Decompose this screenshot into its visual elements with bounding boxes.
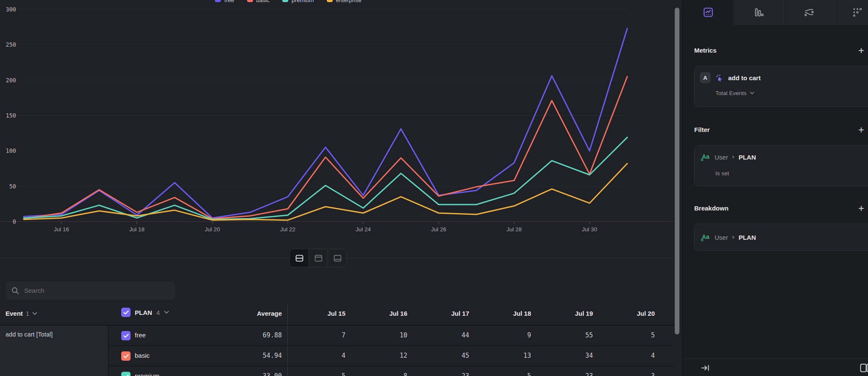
check-icon bbox=[123, 374, 129, 376]
row-day-value: 9 bbox=[476, 331, 531, 339]
filter-card[interactable]: Aa User PLAN Is set bbox=[694, 145, 868, 186]
row-day-value: 55 bbox=[538, 331, 593, 339]
series-line-free[interactable] bbox=[24, 28, 627, 218]
y-axis-tick-label: 300 bbox=[6, 6, 16, 13]
chart-top-icon bbox=[314, 254, 323, 262]
y-axis-tick-label: 50 bbox=[9, 183, 16, 190]
dots-grid-icon bbox=[852, 7, 863, 18]
add-filter-button[interactable]: + bbox=[856, 125, 867, 136]
table-rows: free69.88710449555basic54.944124513344pr… bbox=[108, 325, 674, 376]
tab-flows[interactable] bbox=[783, 0, 834, 25]
check-icon bbox=[123, 334, 129, 338]
sidebar-footer bbox=[683, 359, 868, 376]
row-day-value: 34 bbox=[538, 352, 593, 359]
free-checkbox[interactable] bbox=[121, 331, 131, 340]
search-input[interactable] bbox=[24, 287, 169, 294]
add-breakdown-button[interactable]: + bbox=[856, 203, 867, 214]
x-axis-tick-label: Jul 16 bbox=[54, 226, 69, 233]
collapse-sidebar-icon[interactable] bbox=[701, 363, 710, 373]
basic-checkbox[interactable] bbox=[121, 351, 131, 361]
filter-heading: Filter bbox=[694, 126, 710, 133]
x-axis-tick-label: Jul 18 bbox=[129, 226, 145, 233]
layout-toggle-group bbox=[289, 249, 347, 267]
y-axis-tick-label: 200 bbox=[6, 77, 16, 84]
add-metric-button[interactable]: + bbox=[856, 45, 867, 56]
row-day-value: 23 bbox=[414, 372, 469, 376]
y-axis-tick-label: 0 bbox=[13, 218, 16, 225]
x-axis-tick-label: Jul 22 bbox=[280, 226, 295, 233]
date-column-header: Jul 19 bbox=[538, 310, 593, 317]
x-axis-tick-label: Jul 24 bbox=[356, 226, 371, 233]
panel-layout-icon[interactable] bbox=[860, 363, 868, 373]
check-icon bbox=[123, 354, 129, 359]
x-axis-tick-label: Jul 30 bbox=[582, 226, 597, 233]
row-label: free bbox=[135, 331, 146, 339]
line-chart: 050100150200250300Jul 16Jul 18Jul 20Jul … bbox=[0, 0, 674, 238]
filter-condition[interactable]: Is set bbox=[715, 170, 729, 177]
breakdown-options-kebab-icon[interactable] bbox=[865, 233, 868, 239]
search-icon bbox=[11, 287, 19, 295]
table-row-free: free69.88710449555 bbox=[108, 325, 674, 346]
row-day-value: 7 bbox=[290, 331, 345, 339]
premium-checkbox[interactable] bbox=[121, 372, 131, 376]
row-day-value: 4 bbox=[290, 352, 345, 359]
tab-insights[interactable] bbox=[683, 0, 734, 25]
filter-options-kebab-icon[interactable] bbox=[865, 152, 868, 159]
row-day-value: 8 bbox=[352, 372, 407, 376]
row-day-value: 5 bbox=[600, 331, 655, 339]
layout-table-bottom-button[interactable] bbox=[328, 249, 347, 267]
chevron-right-icon bbox=[732, 155, 735, 159]
chevron-down-icon bbox=[750, 92, 754, 95]
layout-split-view-button[interactable] bbox=[290, 249, 309, 267]
line-chart-icon bbox=[703, 7, 714, 18]
metric-card[interactable]: A add to cart Total Events bbox=[694, 66, 868, 107]
row-day-value: 10 bbox=[352, 331, 407, 339]
event-cursor-icon bbox=[715, 73, 724, 82]
main-panel: freebasicpremiumenterprise 0501001502002… bbox=[0, 0, 682, 376]
row-day-value: 4 bbox=[600, 352, 655, 359]
table-body: add to cart [Total] free69.88710449555ba… bbox=[0, 325, 674, 376]
row-day-value: 44 bbox=[414, 331, 469, 339]
date-column-header: Jul 20 bbox=[600, 310, 655, 317]
filter-scope: User bbox=[715, 154, 728, 161]
row-day-value: 45 bbox=[414, 352, 469, 359]
breakdown-scope: User bbox=[715, 234, 728, 241]
y-axis-tick-label: 150 bbox=[6, 112, 16, 119]
chevron-right-icon bbox=[732, 235, 735, 239]
event-cell-label: add to cart [Total] bbox=[6, 331, 53, 338]
flows-icon bbox=[804, 7, 815, 18]
row-day-value: 3 bbox=[600, 372, 655, 376]
report-tabs bbox=[683, 0, 868, 25]
metric-options-kebab-icon[interactable] bbox=[865, 73, 868, 79]
layout-chart-top-button[interactable] bbox=[309, 249, 328, 267]
text-property-icon: Aa bbox=[700, 152, 711, 163]
date-column-header: Jul 15 bbox=[290, 310, 345, 317]
filter-property: PLAN bbox=[739, 154, 756, 161]
row-label: basic bbox=[135, 352, 150, 359]
tab-funnels[interactable] bbox=[734, 0, 783, 25]
vertical-scrollbar[interactable] bbox=[675, 8, 679, 334]
tab-retention[interactable] bbox=[834, 0, 868, 25]
bar-chart-icon bbox=[753, 7, 764, 18]
text-property-icon: Aa bbox=[700, 232, 711, 243]
metrics-heading: Metrics bbox=[694, 47, 717, 54]
row-label: premium bbox=[135, 372, 159, 376]
row-average-value: 69.88 bbox=[197, 331, 282, 339]
x-axis-tick-label: Jul 28 bbox=[506, 226, 522, 233]
row-day-value: 13 bbox=[476, 352, 531, 359]
x-axis-tick-label: Jul 20 bbox=[205, 226, 220, 233]
metric-event-name: add to cart bbox=[728, 74, 761, 81]
row-day-value: 23 bbox=[538, 372, 593, 376]
table-row-premium: premium33.0058235233 bbox=[108, 366, 674, 376]
series-line-enterprise[interactable] bbox=[24, 163, 627, 220]
aggregation-dropdown[interactable]: Total Events bbox=[715, 90, 754, 96]
aggregation-label: Total Events bbox=[715, 90, 747, 96]
date-column-headers: Jul 15Jul 16Jul 17Jul 18Jul 19Jul 20 bbox=[0, 303, 674, 325]
search-box bbox=[6, 281, 175, 300]
row-average-value: 54.94 bbox=[197, 352, 282, 359]
row-day-value: 5 bbox=[290, 372, 345, 376]
date-column-header: Jul 16 bbox=[352, 310, 407, 317]
breakdown-card[interactable]: Aa User PLAN bbox=[694, 224, 868, 251]
event-cell: add to cart [Total] bbox=[0, 325, 108, 376]
table-bottom-icon bbox=[334, 254, 342, 262]
